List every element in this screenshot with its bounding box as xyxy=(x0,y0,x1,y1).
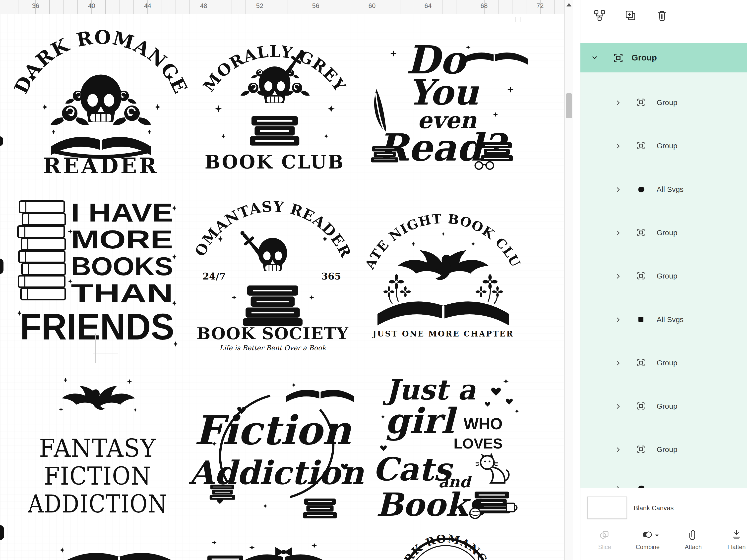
ruler-number: 52 xyxy=(252,2,267,10)
group-icon xyxy=(637,358,645,367)
design-word: I HAVE xyxy=(71,198,173,227)
chevron-right-icon[interactable] xyxy=(615,100,621,106)
design-word: MORE xyxy=(71,225,173,254)
design-artwork: I HAVE MORE BOOKS THAN FRIENDS xyxy=(15,192,178,350)
chevron-down-icon[interactable] xyxy=(591,54,598,61)
design-word: 24/7 xyxy=(202,270,226,282)
design-artwork: MORALLY GREY BOOK CLUB xyxy=(201,29,349,178)
layer-group-header[interactable]: Group xyxy=(581,43,747,73)
design-word: 365 xyxy=(321,270,341,282)
group-objects-button[interactable] xyxy=(593,9,606,22)
attach-label: Attach xyxy=(678,543,708,551)
design-canvas[interactable]: DARK ROMANCE xyxy=(0,14,564,560)
design-cats-and-books[interactable]: Just a girl WHO LOVES Cats and Books xyxy=(368,366,518,522)
ruler-number: 40 xyxy=(84,2,99,10)
dragon-icon xyxy=(62,386,135,410)
attach-button[interactable]: Attach xyxy=(678,529,708,551)
layer-row-group[interactable]: Group xyxy=(581,439,747,459)
book-stack-icon xyxy=(246,286,300,318)
design-dark-romance-reader[interactable]: DARK ROMANCE xyxy=(14,25,188,178)
chevron-right-icon[interactable] xyxy=(615,186,621,193)
chevron-right-icon[interactable] xyxy=(615,447,621,453)
slice-label: Slice xyxy=(590,543,619,551)
badge-arc-text: RK ROMANC xyxy=(402,533,490,560)
layer-row-all-svgs[interactable]: All Svgs xyxy=(581,179,747,199)
combine-button[interactable]: Combine xyxy=(633,529,663,551)
chevron-right-icon[interactable] xyxy=(615,143,621,149)
layers-list: Group Group All Svgs Group Group xyxy=(581,73,747,488)
layer-row-all-svgs[interactable]: All Svgs xyxy=(581,310,747,329)
design-more-books-than-friends[interactable]: I HAVE MORE BOOKS THAN FRIENDS xyxy=(15,192,178,350)
canvas-scrollbar[interactable] xyxy=(564,0,573,560)
ruler-number: 48 xyxy=(196,2,211,10)
blank-canvas-swatch xyxy=(587,497,627,519)
open-book-icon xyxy=(59,553,179,560)
blank-canvas-label: Blank Canvas xyxy=(634,504,673,512)
design-fiction-addiction[interactable]: Fiction Addiction xyxy=(190,370,354,519)
layer-label: All Svgs xyxy=(656,185,684,194)
ruler-number: 60 xyxy=(364,2,380,10)
layer-row-group[interactable]: Group xyxy=(581,136,747,156)
ruler-number: 36 xyxy=(28,2,43,10)
design-fantasy-fiction-addiction[interactable]: FANTASY FICTION ADDICTION xyxy=(24,367,172,520)
chevron-right-icon[interactable] xyxy=(615,360,621,366)
book-stack-icon xyxy=(303,499,337,518)
layer-label: Group xyxy=(656,229,677,237)
ruler-number: 44 xyxy=(140,2,155,10)
layer-row-group[interactable]: Group xyxy=(581,92,747,112)
book-stack-icon xyxy=(481,142,513,161)
open-book-icon xyxy=(286,390,354,402)
caret-down-icon[interactable] xyxy=(654,534,659,537)
design-romantasy-book-society[interactable]: ROMANTASY READERS 24/7 365 BOOK SOCIETY … xyxy=(197,188,349,353)
flatten-button[interactable]: Flatten xyxy=(722,529,747,551)
design-artwork: Do You even Read? xyxy=(361,30,518,172)
layer-row-group[interactable]: Group xyxy=(581,396,747,416)
ruler-number: 72 xyxy=(533,2,547,10)
design-word: BOOK CLUB xyxy=(205,151,344,173)
selection-handle[interactable] xyxy=(515,17,520,22)
ruler-number: 56 xyxy=(308,2,323,10)
layers-panel: Group Group Group All Svgs xyxy=(580,0,747,560)
layer-row-group[interactable]: Group xyxy=(581,266,747,286)
layer-label: Group xyxy=(656,272,677,280)
mug-icon xyxy=(507,503,517,512)
design-word: THAN xyxy=(71,279,173,308)
design-tagline: Life is Better Bent Over a Book xyxy=(220,344,327,352)
design-morally-grey-book-club[interactable]: MORALLY GREY BOOK CLUB xyxy=(201,29,349,178)
sparkle-icons xyxy=(411,232,475,246)
design-word: BOOKS xyxy=(71,252,173,281)
ruler-number: 68 xyxy=(476,2,491,10)
design-do-you-even-read[interactable]: Do You even Read? xyxy=(361,30,518,172)
layer-row-clipped[interactable] xyxy=(581,478,747,488)
layer-row-group[interactable]: Group xyxy=(581,222,747,242)
blank-canvas-row[interactable]: Blank Canvas xyxy=(581,492,747,522)
duplicate-button[interactable] xyxy=(624,9,637,22)
selection-edge xyxy=(518,23,518,560)
chevron-right-icon[interactable] xyxy=(615,273,621,279)
scrollbar-thumb[interactable] xyxy=(566,93,572,118)
flatten-label: Flatten xyxy=(722,543,747,551)
book-stack-icon xyxy=(210,485,235,500)
chevron-right-icon[interactable] xyxy=(615,403,621,410)
design-artwork: Fiction Addiction xyxy=(190,370,354,519)
layer-row-group[interactable]: Group xyxy=(581,353,747,373)
group-icon xyxy=(637,402,645,410)
partial-designs-bottom[interactable]: RK ROMANC xyxy=(0,533,564,560)
scroll-up-arrow-icon[interactable] xyxy=(566,3,571,6)
chevron-right-icon[interactable] xyxy=(615,317,621,323)
chevron-right-icon[interactable] xyxy=(615,485,621,488)
design-word: girl xyxy=(385,400,457,441)
horizontal-ruler: 36 40 44 48 52 56 60 64 68 72 xyxy=(0,0,564,14)
open-book-icon xyxy=(378,301,509,325)
skull-icon xyxy=(258,238,287,271)
slice-icon xyxy=(599,529,611,541)
delete-button[interactable] xyxy=(655,9,669,22)
design-word: LOVES xyxy=(454,435,503,452)
slice-button[interactable]: Slice xyxy=(590,529,619,551)
book-stack-icon xyxy=(371,146,398,162)
chevron-right-icon[interactable] xyxy=(615,230,621,236)
design-word: READER xyxy=(43,153,158,178)
design-artwork: LATE NIGHT BOOK CLUB xyxy=(368,204,518,344)
design-late-night-book-club[interactable]: LATE NIGHT BOOK CLUB xyxy=(368,204,518,344)
app-window: 36 40 44 48 52 56 60 64 68 72 DARK ROMAN… xyxy=(0,0,747,560)
